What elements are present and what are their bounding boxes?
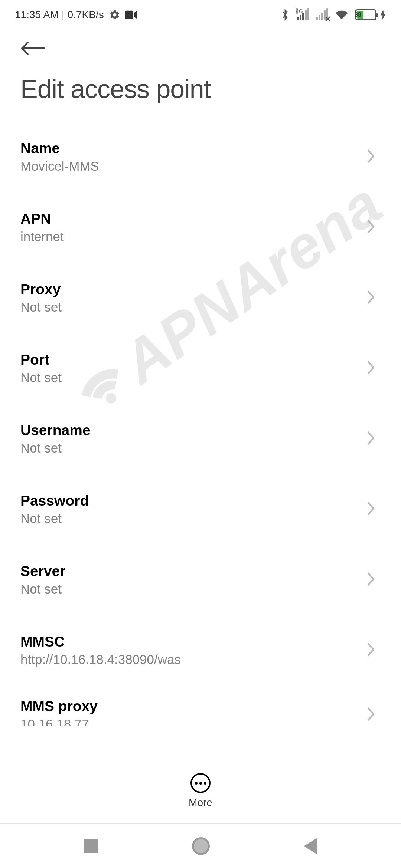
status-bar: 11:35 AM | 0.7KB/s 4G: [0, 0, 401, 30]
svg-rect-0: [125, 11, 133, 19]
battery-icon: 38: [355, 9, 376, 20]
nav-home-button[interactable]: [192, 837, 210, 855]
setting-name[interactable]: Name Movicel-MMS: [20, 122, 381, 193]
chevron-right-icon: [367, 707, 375, 723]
charging-icon: [380, 10, 386, 20]
setting-label: APN: [20, 211, 64, 227]
setting-value: Movicel-MMS: [20, 159, 99, 174]
chevron-right-icon: [367, 431, 375, 447]
settings-list: Name Movicel-MMS APN internet Proxy Not …: [0, 122, 401, 726]
video-icon: [125, 10, 137, 19]
setting-proxy[interactable]: Proxy Not set: [20, 263, 381, 334]
setting-value: Not set: [20, 370, 62, 385]
nav-recent-button[interactable]: [84, 839, 98, 853]
setting-value: Not set: [20, 300, 62, 315]
chevron-right-icon: [367, 149, 375, 165]
setting-value: Not set: [20, 582, 65, 596]
setting-server[interactable]: Server Not set: [20, 545, 381, 616]
bluetooth-icon: [281, 9, 289, 21]
battery-percent: 38: [355, 11, 373, 18]
setting-label: MMSC: [20, 634, 181, 650]
status-time: 11:35 AM: [15, 9, 59, 21]
chevron-right-icon: [367, 642, 375, 658]
navigation-bar: [0, 823, 401, 868]
chevron-right-icon: [367, 220, 375, 235]
settings-icon: [109, 9, 120, 20]
chevron-right-icon: [367, 572, 375, 588]
setting-username[interactable]: Username Not set: [20, 404, 381, 475]
setting-value: http://10.16.18.4:38090/was: [20, 652, 181, 667]
setting-label: MMS proxy: [20, 698, 98, 714]
setting-label: Proxy: [20, 281, 62, 297]
page-title: Edit access point: [0, 63, 401, 122]
chevron-right-icon: [367, 502, 375, 517]
setting-port[interactable]: Port Not set: [20, 334, 381, 404]
status-speed: 0.7KB/s: [68, 9, 104, 21]
setting-value: Not set: [20, 441, 91, 456]
wifi-icon: [335, 9, 348, 20]
chevron-right-icon: [367, 361, 375, 376]
signal-sim1-icon: 4G: [296, 10, 309, 20]
more-icon: [190, 773, 211, 793]
setting-value: Not set: [20, 511, 89, 526]
more-button[interactable]: More: [0, 773, 401, 809]
chevron-right-icon: [367, 290, 375, 306]
setting-label: Username: [20, 422, 91, 438]
setting-value: internet: [20, 229, 64, 244]
setting-label: Name: [20, 140, 99, 157]
back-button[interactable]: [20, 41, 43, 56]
setting-mms-proxy[interactable]: MMS proxy 10.16.18.77: [20, 686, 381, 726]
setting-value: 10.16.18.77: [20, 717, 98, 726]
nav-back-button[interactable]: [304, 838, 317, 854]
more-label: More: [189, 797, 212, 809]
status-divider: |: [62, 9, 64, 21]
setting-apn[interactable]: APN internet: [20, 193, 381, 263]
setting-label: Port: [20, 352, 62, 368]
setting-label: Password: [20, 493, 89, 509]
setting-label: Server: [20, 563, 65, 579]
signal-sim2-icon: [316, 10, 328, 20]
setting-mmsc[interactable]: MMSC http://10.16.18.4:38090/was: [20, 616, 381, 686]
setting-password[interactable]: Password Not set: [20, 475, 381, 545]
